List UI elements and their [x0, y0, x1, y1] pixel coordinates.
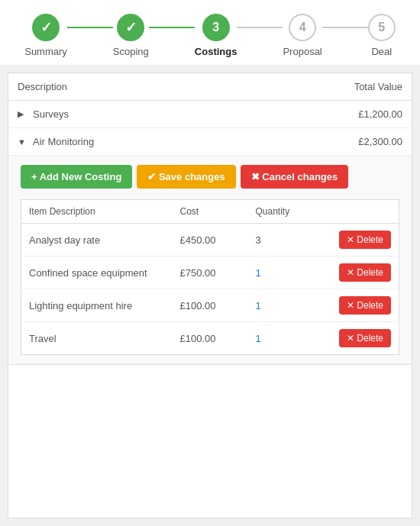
add-new-costing-button[interactable]: + Add New Costing — [21, 165, 132, 189]
costing-row-air-monitoring[interactable]: ▼ Air Monitoring £2,300.00 — [8, 128, 412, 156]
connector-3 — [237, 27, 283, 28]
sub-col-cost-header: Cost — [173, 200, 248, 224]
sub-action-analyst: ✕ Delete — [324, 224, 399, 257]
sub-action-confined: ✕ Delete — [324, 257, 399, 289]
sub-table-header-row: Item Description Cost Quantity — [21, 200, 399, 224]
row-desc-surveys: Surveys — [33, 108, 311, 120]
sub-item-confined: Confined space equipment — [21, 257, 173, 289]
sub-qty-confined: 1 — [248, 257, 324, 289]
sub-item-travel: Travel — [21, 322, 173, 355]
connector-4 — [322, 27, 368, 28]
sub-table-row: Lighting equipment hire£100.001✕ Delete — [21, 289, 399, 322]
connector-1 — [67, 27, 113, 28]
connector-2 — [149, 27, 195, 28]
sub-qty-analyst: 3 — [248, 224, 324, 257]
sub-qty-travel: 1 — [248, 322, 324, 355]
save-changes-button[interactable]: ✔ Save changes — [137, 165, 235, 189]
step-label-scoping: Scoping — [113, 46, 149, 57]
sub-col-item-header: Item Description — [21, 200, 173, 224]
step-circle-costings: 3 — [202, 14, 230, 41]
step-proposal[interactable]: 4 Proposal — [283, 14, 321, 57]
delete-button-confined[interactable]: ✕ Delete — [339, 263, 391, 282]
delete-button-analyst[interactable]: ✕ Delete — [339, 231, 391, 249]
step-number-proposal: 4 — [299, 21, 306, 34]
step-number-costings: 3 — [212, 21, 219, 34]
step-label-costings: Costings — [195, 46, 237, 57]
sub-action-travel: ✕ Delete — [324, 322, 399, 355]
step-label-deal: Deal — [371, 46, 392, 57]
sub-cost-analyst: £450.00 — [173, 224, 248, 257]
sub-cost-lighting: £100.00 — [173, 289, 248, 322]
step-costings[interactable]: 3 Costings — [195, 14, 237, 57]
expanded-section-air-monitoring: + Add New Costing ✔ Save changes ✖ Cance… — [8, 156, 412, 365]
step-summary[interactable]: ✓ Summary — [24, 14, 67, 57]
sub-table-row: Travel£100.001✕ Delete — [21, 322, 399, 355]
sub-col-action-header — [324, 200, 399, 224]
action-buttons: + Add New Costing ✔ Save changes ✖ Cance… — [21, 165, 399, 189]
delete-button-lighting[interactable]: ✕ Delete — [339, 296, 391, 315]
table-header: Description Total Value — [8, 73, 412, 101]
step-circle-summary: ✓ — [32, 14, 60, 41]
delete-button-travel[interactable]: ✕ Delete — [339, 329, 391, 347]
sub-col-qty-header: Quantity — [248, 200, 324, 224]
step-scoping[interactable]: ✓ Scoping — [113, 14, 149, 57]
sub-item-analyst: Analyst day rate — [21, 224, 173, 257]
sub-action-lighting: ✕ Delete — [324, 289, 399, 322]
step-circle-proposal: 4 — [289, 14, 316, 41]
costing-row-surveys[interactable]: ▶ Surveys £1,200.00 — [8, 101, 412, 128]
sub-table-row: Analyst day rate£450.003✕ Delete — [21, 224, 399, 257]
step-circle-deal: 5 — [368, 14, 396, 41]
sub-cost-confined: £750.00 — [173, 257, 248, 289]
sub-item-lighting: Lighting equipment hire — [21, 289, 173, 322]
arrow-surveys: ▶ — [18, 109, 30, 119]
row-desc-air-monitoring: Air Monitoring — [33, 136, 311, 147]
step-label-proposal: Proposal — [283, 46, 321, 57]
row-total-surveys: £1,200.00 — [311, 108, 402, 120]
step-number-deal: 5 — [378, 21, 385, 34]
sub-cost-travel: £100.00 — [173, 322, 248, 355]
step-label-summary: Summary — [24, 46, 67, 57]
sub-qty-lighting: 1 — [248, 289, 324, 322]
arrow-air-monitoring: ▼ — [18, 137, 30, 147]
col-description-header: Description — [18, 81, 311, 92]
sub-table-row: Confined space equipment£750.001✕ Delete — [21, 257, 399, 289]
stepper: ✓ Summary ✓ Scoping 3 Costings 4 Proposa… — [0, 0, 420, 65]
step-circle-scoping: ✓ — [117, 14, 144, 41]
col-total-header: Total Value — [311, 81, 402, 92]
main-content: Description Total Value ▶ Surveys £1,200… — [8, 73, 412, 518]
row-total-air-monitoring: £2,300.00 — [311, 136, 402, 147]
cancel-changes-button[interactable]: ✖ Cancel changes — [241, 165, 349, 189]
sub-table: Item Description Cost Quantity Analyst d… — [21, 199, 399, 355]
step-deal[interactable]: 5 Deal — [368, 14, 396, 57]
